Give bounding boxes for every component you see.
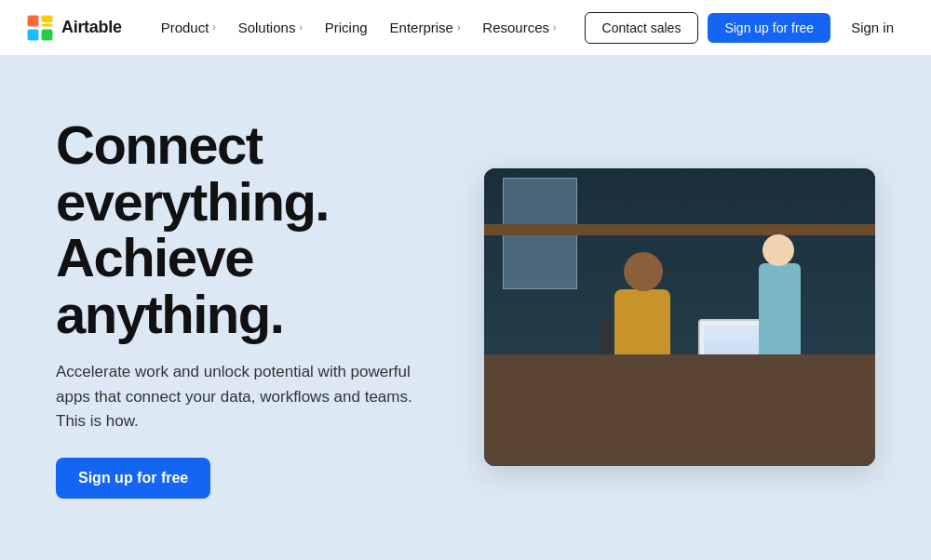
nav-links: Product › Solutions › Pricing Enterprise… (152, 12, 585, 43)
nav-item-pricing[interactable]: Pricing (316, 12, 377, 43)
signin-button[interactable]: Sign in (840, 12, 905, 43)
navbar: Airtable Product › Solutions › Pricing E… (0, 0, 931, 56)
svg-rect-4 (42, 29, 53, 40)
chevron-icon: › (457, 22, 460, 33)
signup-hero-button[interactable]: Sign up for free (56, 458, 210, 499)
nav-item-solutions[interactable]: Solutions › (229, 12, 312, 43)
office-photo (484, 168, 875, 466)
chevron-icon: › (212, 22, 215, 33)
hero-section: Connect everything. Achieve anything. Ac… (0, 56, 931, 560)
logo-text: Airtable (61, 18, 122, 37)
nav-item-product[interactable]: Product › (152, 12, 225, 43)
chevron-icon: › (299, 22, 302, 33)
logo[interactable]: Airtable (26, 14, 122, 42)
hero-image (484, 168, 875, 466)
contact-sales-button[interactable]: Contact sales (585, 12, 699, 44)
hero-content: Connect everything. Achieve anything. Ac… (56, 117, 484, 500)
svg-rect-1 (42, 15, 53, 22)
nav-item-enterprise[interactable]: Enterprise › (381, 12, 470, 43)
svg-rect-3 (28, 29, 39, 40)
nav-actions: Contact sales Sign up for free Sign in (585, 12, 905, 44)
hero-image-area (484, 56, 875, 560)
hero-headline: Connect everything. Achieve anything. (56, 117, 484, 344)
person-head (624, 252, 663, 291)
signup-nav-button[interactable]: Sign up for free (708, 13, 830, 43)
shelf (484, 224, 875, 235)
airtable-logo-svg (26, 14, 54, 42)
chevron-icon: › (553, 22, 556, 33)
person-standing-head (762, 234, 794, 266)
floor (484, 354, 875, 466)
nav-item-resources[interactable]: Resources › (473, 12, 565, 43)
svg-rect-2 (42, 23, 53, 26)
hero-subtext: Accelerate work and unlock potential wit… (56, 360, 428, 433)
svg-rect-0 (28, 15, 39, 26)
